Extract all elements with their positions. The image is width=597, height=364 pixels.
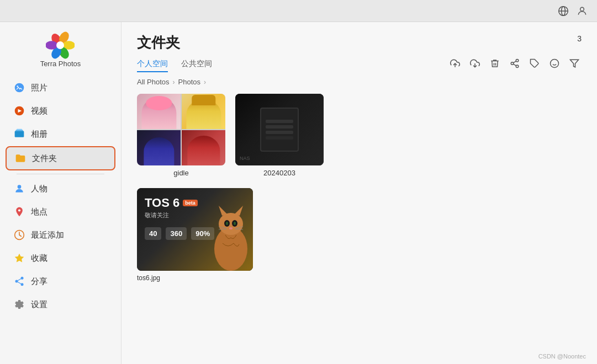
sidebar-item-share[interactable]: 分享 <box>6 270 115 292</box>
folder-20240203-thumb: NAS <box>235 94 324 165</box>
logo-area: Terra Photos <box>40 31 81 68</box>
gidle-thumb <box>137 94 225 165</box>
sidebar-item-folders[interactable]: 文件夹 <box>6 146 115 170</box>
item-count: 3 <box>577 34 582 43</box>
delete-icon[interactable] <box>488 56 502 71</box>
breadcrumb-photos[interactable]: Photos <box>178 78 200 86</box>
recent-label: 最近添加 <box>31 230 64 240</box>
people-icon <box>13 183 25 195</box>
recent-icon <box>13 229 25 241</box>
tab-personal[interactable]: 个人空间 <box>137 59 168 72</box>
svg-point-30 <box>516 60 519 62</box>
svg-point-18 <box>18 185 22 189</box>
svg-point-36 <box>551 60 559 68</box>
svg-point-11 <box>15 83 24 93</box>
logo-label: Terra Photos <box>40 60 81 68</box>
gidle-label: gidle <box>173 169 188 177</box>
share-icon <box>13 275 25 287</box>
photos-label: 照片 <box>31 83 47 93</box>
main-layout: Terra Photos 照片 <box>0 22 597 364</box>
filter-icon[interactable] <box>567 56 582 71</box>
svg-point-31 <box>511 62 514 65</box>
videos-label: 视频 <box>31 106 47 116</box>
albums-label: 相册 <box>31 129 47 140</box>
svg-line-26 <box>18 279 21 280</box>
folders-icon <box>14 152 27 164</box>
folder-gidle[interactable]: gidle <box>137 94 225 177</box>
svg-point-22 <box>21 277 24 280</box>
sidebar-item-videos[interactable]: 视频 <box>6 100 115 122</box>
sidebar-item-albums[interactable]: 相册 <box>6 123 115 145</box>
sidebar-item-recent[interactable]: 最近添加 <box>6 224 115 246</box>
terra-photos-logo <box>46 31 75 60</box>
svg-point-24 <box>21 283 24 286</box>
share2-icon[interactable] <box>508 56 522 71</box>
svg-rect-17 <box>17 129 22 130</box>
svg-rect-16 <box>15 130 23 131</box>
settings-icon <box>13 298 25 311</box>
tab-public[interactable]: 公共空间 <box>181 59 212 72</box>
svg-point-32 <box>516 65 519 68</box>
toolbar-row <box>448 56 582 71</box>
favorites-label: 收藏 <box>31 253 47 264</box>
svg-point-10 <box>57 41 65 49</box>
tos6-beta-badge: beta <box>183 200 198 206</box>
svg-point-3 <box>580 7 584 11</box>
folder-20240203[interactable]: NAS 20240203 <box>235 94 324 177</box>
svg-point-46 <box>226 222 228 225</box>
breadcrumb-sep-1: › <box>173 78 175 86</box>
tos6-label: tos6.jpg <box>137 274 253 282</box>
share-label: 分享 <box>31 276 47 287</box>
image-tos6[interactable]: TOS 6 beta 敬请关注 40 360 <box>137 188 253 282</box>
tos6-stat-0: 40 <box>145 227 161 240</box>
folders-grid: gidle NAS <box>137 94 582 177</box>
globe-icon[interactable] <box>557 5 569 17</box>
page-title: 文件夹 <box>137 33 582 52</box>
favorites-icon <box>13 252 25 264</box>
user-icon[interactable] <box>576 5 588 17</box>
svg-line-33 <box>513 64 516 66</box>
sidebar-item-photos[interactable]: 照片 <box>6 77 115 99</box>
svg-line-25 <box>18 282 21 283</box>
breadcrumb-sep-2: › <box>204 78 206 86</box>
emoji-icon[interactable] <box>547 56 562 71</box>
svg-point-23 <box>15 280 18 283</box>
images-grid: TOS 6 beta 敬请关注 40 360 <box>137 188 582 282</box>
svg-rect-15 <box>15 131 24 137</box>
svg-point-41 <box>219 213 243 235</box>
svg-point-9 <box>46 41 58 50</box>
folders-label: 文件夹 <box>32 153 57 164</box>
download-icon[interactable] <box>468 56 482 71</box>
videos-icon <box>13 105 25 117</box>
sidebar-nav: 照片 视频 <box>0 77 121 317</box>
divider <box>17 174 104 174</box>
breadcrumb-all-photos[interactable]: All Photos <box>137 78 170 86</box>
top-bar <box>0 0 597 22</box>
svg-marker-42 <box>219 206 228 216</box>
tos6-stat-1: 360 <box>166 227 187 240</box>
places-icon <box>13 206 25 218</box>
tag-icon[interactable] <box>527 56 542 71</box>
people-label: 人物 <box>31 184 47 194</box>
svg-point-12 <box>17 85 18 87</box>
sidebar-item-people[interactable]: 人物 <box>6 178 115 200</box>
sidebar-item-places[interactable]: 地点 <box>6 201 115 223</box>
svg-point-47 <box>234 222 236 225</box>
settings-label: 设置 <box>31 299 47 310</box>
footer-watermark: CSDN @Noontec <box>538 353 586 360</box>
images-section: TOS 6 beta 敬请关注 40 360 <box>137 188 582 282</box>
svg-line-34 <box>513 61 516 63</box>
photos-icon <box>13 82 25 94</box>
upload-icon[interactable] <box>448 56 462 71</box>
breadcrumb: All Photos › Photos › <box>137 78 582 86</box>
content-area: 文件夹 个人空间 公共空间 All Photos › Photos › 3 <box>121 22 597 364</box>
sidebar-item-favorites[interactable]: 收藏 <box>6 247 115 269</box>
places-label: 地点 <box>31 207 47 217</box>
sidebar-item-settings[interactable]: 设置 <box>6 293 115 315</box>
svg-marker-43 <box>234 206 243 216</box>
sidebar: Terra Photos 照片 <box>0 22 121 364</box>
tos6-thumb: TOS 6 beta 敬请关注 40 360 <box>137 188 253 271</box>
svg-point-48 <box>229 227 233 229</box>
svg-marker-21 <box>15 254 24 263</box>
folders-section: gidle NAS <box>137 94 582 177</box>
